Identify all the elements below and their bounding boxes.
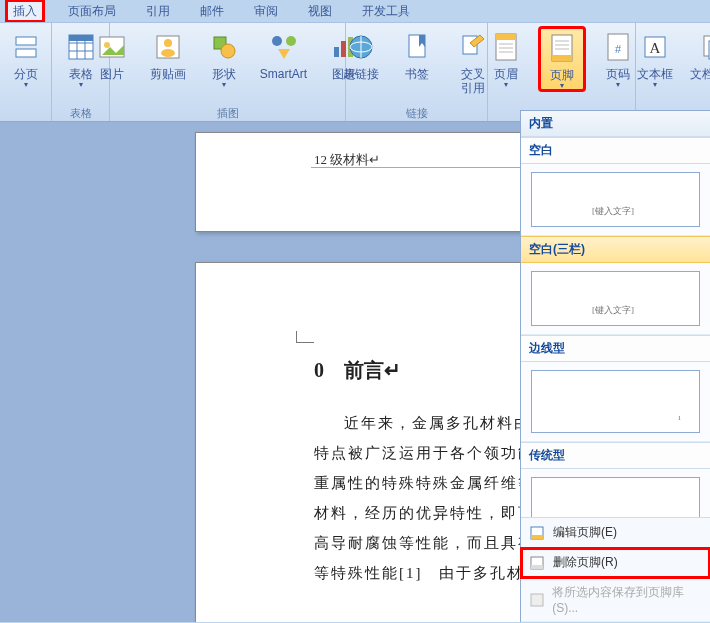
smartart-button[interactable]: SmartArt bbox=[257, 27, 311, 81]
paragraph: 近年来，金属多孔材料由于的显著特点被广泛运用于各个领功能及结构双重属性的特殊特殊… bbox=[314, 408, 520, 588]
svg-rect-1 bbox=[16, 49, 36, 57]
hyperlink-label: 超链接 bbox=[343, 67, 379, 81]
svg-rect-28 bbox=[496, 34, 516, 40]
page-1[interactable]: 12 级材料↵ bbox=[195, 132, 520, 232]
svg-rect-49 bbox=[531, 594, 543, 606]
clipart-icon bbox=[152, 31, 184, 63]
footer-label: 页脚 bbox=[550, 68, 574, 82]
group-illustration-label: 插图 bbox=[217, 105, 239, 121]
textbox-icon: A bbox=[639, 31, 671, 63]
building-blocks-button[interactable]: 文档部件 ▾ bbox=[688, 27, 710, 89]
chevron-down-icon: ▾ bbox=[79, 81, 83, 89]
footer-gallery-panel: 内置 空白 [键入文字] 空白(三栏) [键入文字] 边线型 ¹ 传统型 编辑页… bbox=[520, 110, 710, 622]
svg-rect-0 bbox=[16, 37, 36, 45]
save-footer-icon bbox=[529, 592, 544, 608]
svg-point-12 bbox=[161, 49, 175, 57]
pagenum-label: 页码 bbox=[606, 67, 630, 81]
menu-edit-footer[interactable]: 编辑页脚(E) bbox=[521, 518, 710, 548]
gallery-section-blank: 空白 bbox=[521, 137, 710, 164]
svg-point-14 bbox=[221, 44, 235, 58]
svg-point-15 bbox=[272, 36, 282, 46]
bookmark-icon bbox=[401, 31, 433, 63]
thumb-placeholder: [键入文字] bbox=[592, 304, 634, 317]
clipart-label: 剪贴画 bbox=[150, 67, 186, 81]
gallery-item-blank[interactable]: [键入文字] bbox=[521, 164, 710, 236]
tab-view[interactable]: 视图 bbox=[302, 1, 338, 22]
header-rule bbox=[311, 167, 520, 168]
gallery-item-border[interactable]: ¹ bbox=[521, 362, 710, 442]
page-2[interactable]: 0 前言↵ 近年来，金属多孔材料由于的显著特点被广泛运用于各个领功能及结构双重属… bbox=[195, 262, 520, 622]
smartart-label: SmartArt bbox=[260, 67, 307, 81]
menu-remove-footer-label: 删除页脚(R) bbox=[553, 554, 618, 571]
footer-icon bbox=[546, 32, 578, 64]
gallery-footer-menu: 编辑页脚(E) 删除页脚(R) 将所选内容保存到页脚库(S)... bbox=[521, 517, 710, 622]
svg-rect-48 bbox=[531, 565, 543, 569]
header-margin-mark bbox=[296, 331, 314, 343]
chevron-down-icon: ▾ bbox=[616, 81, 620, 89]
edit-footer-icon bbox=[529, 525, 545, 541]
tab-references[interactable]: 引用 bbox=[140, 1, 176, 22]
picture-button[interactable]: 图片 bbox=[89, 27, 135, 81]
svg-point-16 bbox=[286, 36, 296, 46]
shapes-label: 形状 bbox=[212, 67, 236, 81]
menu-save-footer-label: 将所选内容保存到页脚库(S)... bbox=[552, 584, 702, 615]
textbox-button[interactable]: A 文本框 ▾ bbox=[632, 27, 678, 89]
header-button[interactable]: 页眉 ▾ bbox=[483, 27, 529, 89]
building-blocks-label: 文档部件 bbox=[690, 67, 710, 81]
tab-mailings[interactable]: 邮件 bbox=[194, 1, 230, 22]
group-table-label: 表格 bbox=[70, 105, 92, 121]
svg-rect-33 bbox=[552, 55, 572, 61]
chevron-down-icon: ▾ bbox=[653, 81, 657, 89]
tab-developer[interactable]: 开发工具 bbox=[356, 1, 416, 22]
tab-insert[interactable]: 插入 bbox=[6, 0, 44, 22]
page-break-button[interactable]: 分页 ▾ bbox=[3, 27, 49, 89]
hyperlink-icon bbox=[345, 31, 377, 63]
bookmark-label: 书签 bbox=[405, 67, 429, 81]
bookmark-button[interactable]: 书签 bbox=[394, 27, 440, 81]
hyperlink-button[interactable]: 超链接 bbox=[338, 27, 384, 81]
svg-text:A: A bbox=[650, 40, 661, 56]
clipart-button[interactable]: 剪贴画 bbox=[145, 27, 191, 81]
pagenum-icon: # bbox=[602, 31, 634, 63]
textbox-label: 文本框 bbox=[637, 67, 673, 81]
smartart-icon bbox=[268, 31, 300, 63]
header-label: 页眉 bbox=[494, 67, 518, 81]
gallery-section-blank3: 空白(三栏) bbox=[521, 236, 710, 263]
page-break-icon bbox=[10, 31, 42, 63]
page-break-label: 分页 bbox=[14, 67, 38, 81]
group-links-label: 链接 bbox=[406, 105, 428, 121]
tab-page-layout[interactable]: 页面布局 bbox=[62, 1, 122, 22]
picture-icon bbox=[96, 31, 128, 63]
gallery-section-border: 边线型 bbox=[521, 335, 710, 362]
ribbon-tabs: 插入 页面布局 引用 邮件 审阅 视图 开发工具 bbox=[0, 0, 710, 22]
picture-label: 图片 bbox=[100, 67, 124, 81]
svg-point-9 bbox=[104, 42, 110, 48]
gallery-item-blank3[interactable]: [键入文字] bbox=[521, 263, 710, 335]
menu-edit-footer-label: 编辑页脚(E) bbox=[553, 524, 617, 541]
svg-text:#: # bbox=[614, 43, 621, 55]
chevron-down-icon: ▾ bbox=[504, 81, 508, 89]
page-body: 0 前言↵ 近年来，金属多孔材料由于的显著特点被广泛运用于各个领功能及结构双重属… bbox=[314, 357, 520, 588]
gallery-header-builtin: 内置 bbox=[521, 111, 710, 137]
shapes-icon bbox=[208, 31, 240, 63]
chevron-down-icon: ▾ bbox=[222, 81, 226, 89]
ribbon: 分页 ▾ 表格 ▾ 表格 图片 剪贴画 bbox=[0, 22, 710, 122]
crossref-label: 交叉 引用 bbox=[461, 67, 485, 95]
shapes-button[interactable]: 形状 ▾ bbox=[201, 27, 247, 89]
remove-footer-icon bbox=[529, 555, 545, 571]
chevron-down-icon: ▾ bbox=[24, 81, 28, 89]
building-blocks-icon bbox=[698, 31, 710, 63]
svg-rect-46 bbox=[531, 535, 543, 539]
heading: 0 前言↵ bbox=[314, 357, 520, 384]
header-icon bbox=[490, 31, 522, 63]
svg-point-11 bbox=[164, 39, 172, 47]
thumb-placeholder-num: ¹ bbox=[678, 414, 681, 424]
menu-remove-footer[interactable]: 删除页脚(R) bbox=[521, 548, 710, 578]
document-area: 12 级材料↵ 0 前言↵ 近年来，金属多孔材料由于的显著特点被广泛运用于各个领… bbox=[0, 122, 520, 622]
menu-save-footer: 将所选内容保存到页脚库(S)... bbox=[521, 578, 710, 622]
footer-button[interactable]: 页脚 ▾ bbox=[539, 27, 585, 91]
svg-marker-17 bbox=[278, 49, 290, 59]
thumb-placeholder: [键入文字] bbox=[592, 205, 634, 218]
tab-review[interactable]: 审阅 bbox=[248, 1, 284, 22]
chevron-down-icon: ▾ bbox=[560, 82, 564, 90]
